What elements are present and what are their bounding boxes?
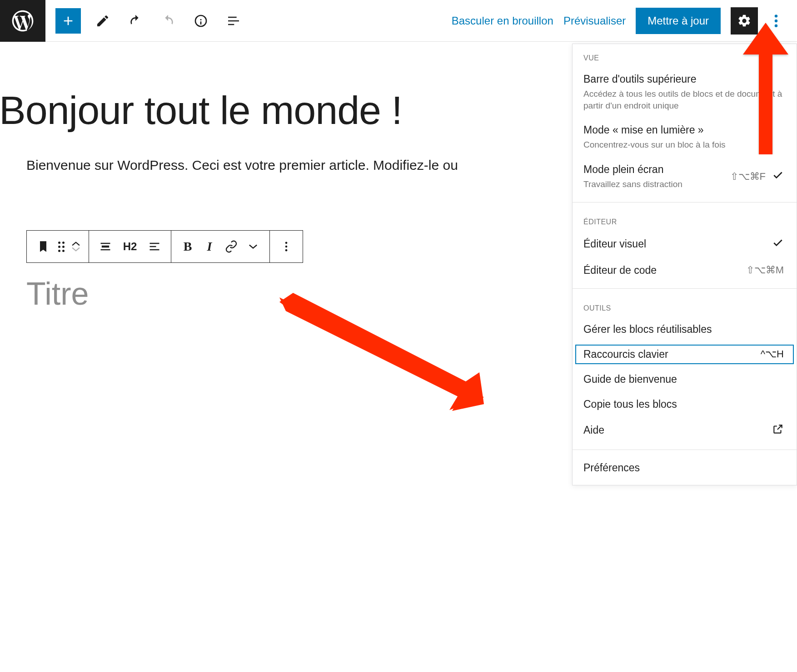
kebab-icon	[774, 14, 778, 28]
text-align-icon	[148, 240, 161, 253]
menu-item-label: Barre d'outils supérieure	[583, 73, 784, 85]
drag-icon	[58, 242, 65, 252]
menu-item-label: Guide de bienvenue	[583, 373, 784, 385]
chevron-down-icon	[72, 247, 80, 252]
check-icon	[772, 237, 784, 252]
block-options-button[interactable]	[275, 236, 297, 257]
menu-item-label: Aide	[583, 424, 767, 436]
block-type-button[interactable]	[32, 236, 54, 257]
menu-item-shortcut: ⇧⌥⌘M	[746, 264, 784, 276]
update-button[interactable]: Mettre à jour	[636, 8, 721, 34]
undo-icon	[128, 14, 143, 28]
link-icon	[225, 240, 238, 253]
wordpress-icon	[10, 8, 35, 34]
external-link-icon	[772, 423, 784, 438]
menu-item-label: Mode « mise en lumière »	[583, 124, 784, 136]
block-drag-handle[interactable]	[54, 236, 69, 257]
svg-point-5	[285, 249, 288, 252]
settings-button[interactable]	[731, 7, 758, 35]
add-block-button[interactable]	[55, 8, 81, 34]
redo-button[interactable]	[157, 10, 179, 32]
gear-icon	[737, 14, 752, 28]
divider	[573, 288, 797, 289]
divider	[573, 202, 797, 203]
link-button[interactable]	[220, 236, 242, 257]
svg-point-0	[775, 15, 777, 17]
svg-point-3	[285, 242, 288, 244]
menu-item-label: Préférences	[583, 462, 784, 474]
undo-button[interactable]	[125, 10, 146, 32]
editor-topbar: Basculer en brouillon Prévisualiser Mett…	[0, 0, 797, 42]
preview-link[interactable]: Prévisualiser	[563, 15, 626, 27]
svg-point-1	[775, 19, 777, 22]
menu-item-preferences[interactable]: Préférences	[573, 455, 797, 485]
heading-level-button[interactable]: H2	[116, 236, 144, 257]
text-align-button[interactable]	[144, 236, 165, 257]
menu-item-copy-all[interactable]: Copie tous les blocs	[573, 392, 797, 417]
menu-item-welcome-guide[interactable]: Guide de bienvenue	[573, 367, 797, 392]
check-icon	[772, 169, 784, 184]
menu-item-shortcut: ⇧⌥⌘F	[730, 171, 766, 183]
menu-item-label: Éditeur de code	[583, 264, 741, 277]
section-title-editor: ÉDITEUR	[573, 208, 797, 231]
switch-to-draft-link[interactable]: Basculer en brouillon	[452, 15, 553, 27]
menu-item-visual-editor[interactable]: Éditeur visuel	[573, 231, 797, 258]
info-icon	[194, 14, 208, 28]
list-view-icon	[226, 14, 241, 28]
align-icon	[99, 240, 112, 253]
menu-item-label: Raccourcis clavier	[583, 348, 755, 361]
bold-button[interactable]: B	[177, 236, 199, 257]
section-title-view: VUE	[573, 44, 797, 67]
bookmark-icon	[37, 240, 50, 253]
menu-item-code-editor[interactable]: Éditeur de code ⇧⌥⌘M	[573, 258, 797, 283]
options-dropdown: VUE Barre d'outils supérieure Accédez à …	[572, 44, 797, 485]
redo-icon	[161, 14, 175, 28]
menu-item-help[interactable]: Aide	[573, 417, 797, 444]
more-rich-text-button[interactable]	[242, 236, 264, 257]
options-menu-button[interactable]	[768, 8, 784, 34]
section-title-tools: OUTILS	[573, 294, 797, 317]
menu-item-label: Gérer les blocs réutilisables	[583, 323, 784, 336]
italic-button[interactable]: I	[199, 236, 220, 257]
toolbar-right: Basculer en brouillon Prévisualiser Mett…	[452, 7, 797, 35]
menu-item-desc: Accédez à tous les outils de blocs et de…	[583, 88, 784, 111]
menu-item-label: Copie tous les blocs	[583, 398, 784, 410]
menu-item-top-toolbar[interactable]: Barre d'outils supérieure Accédez à tous…	[573, 67, 797, 118]
divider	[573, 450, 797, 450]
chevron-down-icon	[247, 240, 259, 253]
menu-item-label: Éditeur visuel	[583, 238, 767, 250]
toolbar-left	[45, 8, 244, 34]
menu-item-fullscreen[interactable]: Mode plein écran Travaillez sans distrac…	[573, 157, 797, 197]
chevron-up-icon	[72, 241, 80, 247]
kebab-icon	[280, 240, 293, 253]
menu-item-spotlight[interactable]: Mode « mise en lumière » Concentrez-vous…	[573, 118, 797, 157]
plus-icon	[61, 14, 75, 28]
svg-point-2	[775, 24, 777, 27]
align-button[interactable]	[95, 236, 116, 257]
menu-item-manage-reusable[interactable]: Gérer les blocs réutilisables	[573, 317, 797, 342]
edit-mode-button[interactable]	[92, 10, 114, 32]
list-view-button[interactable]	[223, 10, 244, 32]
menu-item-label: Mode plein écran	[583, 163, 725, 176]
pencil-icon	[95, 14, 110, 28]
block-toolbar: H2 B I	[26, 230, 303, 263]
menu-item-keyboard-shortcuts[interactable]: Raccourcis clavier ^⌥H	[573, 342, 797, 367]
info-button[interactable]	[190, 10, 212, 32]
heading-placeholder[interactable]: Titre	[26, 276, 89, 312]
wordpress-logo[interactable]	[0, 0, 45, 42]
menu-item-desc: Concentrez-vous sur un bloc à la fois	[583, 139, 784, 151]
svg-point-4	[285, 246, 288, 248]
block-mover[interactable]	[69, 236, 83, 257]
menu-item-shortcut: ^⌥H	[761, 348, 784, 360]
menu-item-desc: Travaillez sans distraction	[583, 178, 725, 190]
